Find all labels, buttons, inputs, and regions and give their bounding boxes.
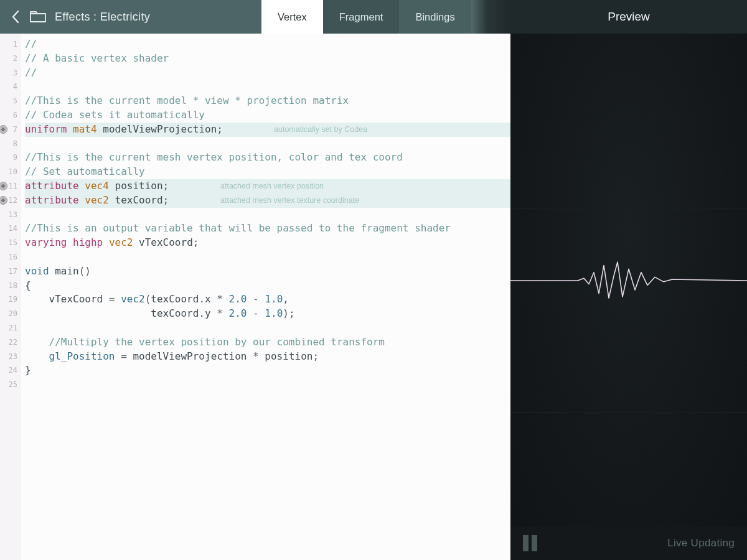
line-number: 3 [0,66,21,80]
code-line[interactable]: varying highp vec2 vTexCoord; [25,236,510,250]
editor-tabs: Vertex Fragment Bindings [261,0,471,34]
code-line[interactable]: //This is the current model * view * pro… [25,94,510,108]
code-line[interactable]: // [25,66,510,80]
preview-canvas[interactable] [510,34,747,526]
code-line[interactable] [25,80,510,94]
code-line[interactable]: texCoord.y * 2.0 - 1.0); [25,307,510,321]
line-number: 14 [0,222,21,236]
code-line[interactable] [25,378,510,392]
chevron-left-icon [11,10,20,24]
tab-bindings[interactable]: Bindings [399,0,471,34]
code-line[interactable]: void main() [25,264,510,279]
pause-bar-icon [523,535,529,551]
preview-footer: Live Updating [510,526,747,560]
code-line[interactable]: // [25,37,510,52]
code-line[interactable]: //This is an output variable that will b… [25,222,510,236]
line-number: 10 [0,165,21,179]
code-line[interactable]: // Codea sets it automatically [25,108,510,123]
line-number: 7 [0,123,21,137]
line-number-gutter: 1234567891011121314151617181920212223242… [0,34,21,560]
line-number: 9 [0,151,21,165]
code-line[interactable]: uniform mat4 modelViewProjection;automat… [25,123,510,137]
live-updating-label: Live Updating [667,537,735,549]
pause-button[interactable] [523,535,537,551]
tab-vertex[interactable]: Vertex [261,0,323,34]
line-number: 15 [0,236,21,250]
line-number: 2 [0,52,21,66]
code-line[interactable]: // A basic vertex shader [25,52,510,66]
code-line[interactable] [25,208,510,222]
line-number: 21 [0,321,21,335]
app-header: Effects : Electricity Vertex Fragment Bi… [0,0,747,34]
inline-hint: automatically set by Codea [274,123,367,137]
code-line[interactable]: //This is the current mesh vertex positi… [25,151,510,165]
code-line[interactable]: gl_Position = modelViewProjection * posi… [25,350,510,364]
line-number: 4 [0,80,21,94]
line-number: 25 [0,378,21,392]
code-line[interactable]: attribute vec4 position;attached mesh ve… [25,179,510,194]
preview-title: Preview [510,0,747,34]
code-line[interactable]: vTexCoord = vec2(texCoord.x * 2.0 - 1.0, [25,292,510,307]
inline-hint: attached mesh vertex position [220,179,324,194]
tab-fragment[interactable]: Fragment [323,0,400,34]
line-number: 19 [0,292,21,307]
line-number: 5 [0,94,21,108]
line-number: 1 [0,37,21,52]
line-number: 24 [0,363,21,378]
line-number: 13 [0,208,21,222]
code-line[interactable] [25,137,510,151]
folder-icon[interactable] [30,10,46,24]
code-editor[interactable]: 1234567891011121314151617181920212223242… [0,34,510,560]
header-left: Effects : Electricity [0,0,261,34]
line-number: 16 [0,250,21,264]
code-line[interactable]: } [25,363,510,378]
header-spacer [471,0,510,34]
inline-hint: attached mesh vertex texture coordinate [220,194,359,208]
line-number: 23 [0,350,21,364]
line-number: 11 [0,179,21,194]
code-line[interactable] [25,250,510,264]
code-line[interactable]: //Multiply the vertex position by our co… [25,335,510,350]
back-button[interactable] [10,11,21,22]
line-number: 6 [0,108,21,123]
code-area[interactable]: //// A basic vertex shader////This is th… [21,34,510,560]
line-number: 20 [0,307,21,321]
code-line[interactable]: // Set automatically [25,165,510,179]
line-number: 18 [0,279,21,293]
code-line[interactable]: { [25,279,510,293]
breadcrumb[interactable]: Effects : Electricity [55,11,150,24]
line-number: 8 [0,137,21,151]
electricity-waveform [510,34,747,526]
line-number: 22 [0,335,21,350]
code-line[interactable] [25,321,510,335]
preview-panel: Live Updating [510,34,747,560]
workspace: 1234567891011121314151617181920212223242… [0,34,747,560]
line-number: 12 [0,194,21,208]
code-line[interactable]: attribute vec2 texCoord;attached mesh ve… [25,194,510,208]
line-number: 17 [0,264,21,279]
pause-bar-icon [532,535,537,551]
